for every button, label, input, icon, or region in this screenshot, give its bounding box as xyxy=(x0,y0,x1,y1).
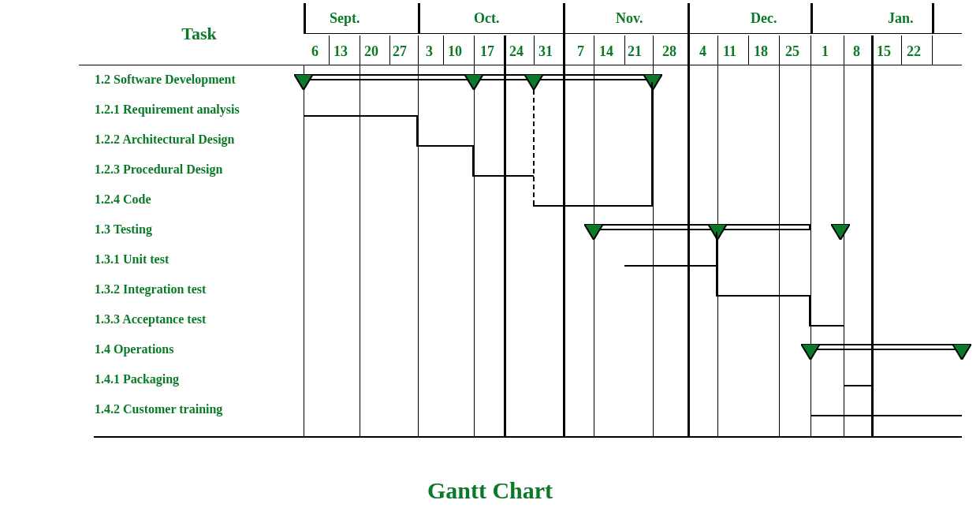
col xyxy=(360,35,360,436)
day-label: 13 xyxy=(333,43,348,60)
svg-marker-0 xyxy=(294,74,313,90)
drop xyxy=(716,232,717,295)
task-label: 1.3.1 Unit test xyxy=(95,252,169,267)
chart-title: Gantt Chart xyxy=(0,477,980,504)
milestone-icon xyxy=(831,224,850,238)
task-label: 1.2.4 Code xyxy=(95,192,151,207)
task-label: 1.4 Operations xyxy=(95,342,173,356)
bar-1-2-2 xyxy=(416,145,474,147)
task-label: 1.3 Testing xyxy=(95,222,152,237)
col xyxy=(932,35,933,65)
col-month xyxy=(418,3,420,33)
col xyxy=(389,35,390,65)
bar-1-4-1 xyxy=(844,385,871,386)
header-rule-mid xyxy=(304,33,962,34)
bar-1-3-3 xyxy=(809,325,844,327)
svg-marker-3 xyxy=(643,74,662,90)
day-label: 15 xyxy=(877,43,891,60)
bar-1-4-2 xyxy=(810,415,962,416)
day-label: 18 xyxy=(754,43,768,60)
day-label: 21 xyxy=(628,43,642,60)
col-month xyxy=(810,3,813,33)
baseline xyxy=(94,436,962,438)
gantt-chart: Task Sept. Oct. Nov. Dec. Jan. 6 13 20 2… xyxy=(0,0,980,530)
month-label: Nov. xyxy=(616,10,643,27)
bar-1-2-1 xyxy=(304,115,418,117)
month-label: Dec. xyxy=(751,10,777,27)
col xyxy=(779,35,780,436)
day-label: 11 xyxy=(723,43,736,60)
milestone-icon xyxy=(708,224,727,238)
milestone-icon xyxy=(294,74,313,88)
col xyxy=(329,35,330,65)
day-label: 22 xyxy=(907,43,921,60)
bar-1-3-2 xyxy=(716,295,810,297)
svg-marker-8 xyxy=(952,344,971,360)
task-label: 1.4.1 Packaging xyxy=(95,372,179,386)
day-label: 7 xyxy=(577,43,584,60)
day-label: 25 xyxy=(785,43,799,60)
col-month xyxy=(304,3,306,33)
task-label: 1.2 Software Development xyxy=(95,73,236,87)
summary-bar-1-4 xyxy=(810,344,962,350)
milestone-icon xyxy=(464,74,483,88)
month-label: Oct. xyxy=(474,10,499,27)
dashed-link xyxy=(533,90,535,205)
col-month xyxy=(563,3,565,436)
day-label: 17 xyxy=(480,43,494,60)
day-label: 31 xyxy=(538,43,553,60)
header-rule-top xyxy=(79,65,962,65)
col xyxy=(304,65,304,436)
task-label: 1.3.2 Integration test xyxy=(95,282,206,297)
task-label: 1.2.2 Architectural Design xyxy=(95,132,234,147)
milestone-icon xyxy=(952,344,971,358)
task-label: 1.2.1 Requirement analysis xyxy=(95,103,240,117)
col xyxy=(624,35,625,65)
milestone-icon xyxy=(524,74,543,88)
svg-marker-2 xyxy=(524,74,543,90)
day-label: 6 xyxy=(311,43,319,60)
col xyxy=(653,35,654,436)
bar-1-2-3 xyxy=(472,175,534,177)
col xyxy=(901,35,902,65)
drop xyxy=(809,295,810,327)
task-header: Task xyxy=(95,24,304,44)
col xyxy=(418,35,419,436)
day-label: 1 xyxy=(822,43,829,60)
day-label: 8 xyxy=(853,43,860,60)
day-label: 20 xyxy=(364,43,378,60)
milestone-icon xyxy=(584,224,603,238)
col xyxy=(810,35,811,436)
drop xyxy=(416,115,418,147)
month-label: Jan. xyxy=(888,10,914,27)
svg-marker-6 xyxy=(831,224,850,240)
milestone-icon xyxy=(643,74,662,88)
task-label: 1.4.2 Customer training xyxy=(95,402,222,416)
drop xyxy=(472,145,474,177)
svg-marker-5 xyxy=(708,224,727,240)
month-label: Sept. xyxy=(330,10,360,27)
svg-marker-4 xyxy=(584,224,603,240)
task-label: 1.2.3 Procedural Design xyxy=(95,162,222,177)
bar-1-2-4 xyxy=(533,205,653,207)
day-label: 3 xyxy=(426,43,433,60)
col xyxy=(474,35,475,436)
col xyxy=(504,35,506,436)
svg-marker-7 xyxy=(801,344,820,360)
col xyxy=(871,35,874,436)
day-label: 10 xyxy=(448,43,462,60)
col xyxy=(443,35,444,65)
milestone-icon xyxy=(801,344,820,358)
day-label: 14 xyxy=(599,43,613,60)
svg-marker-1 xyxy=(464,74,483,90)
day-label: 28 xyxy=(662,43,676,60)
day-label: 4 xyxy=(699,43,706,60)
drop xyxy=(651,82,653,207)
bar-1-3-1 xyxy=(624,265,717,267)
task-label: 1.3.3 Acceptance test xyxy=(95,312,206,327)
day-label: 27 xyxy=(393,43,407,60)
col xyxy=(748,35,749,65)
col xyxy=(534,35,535,65)
day-label: 24 xyxy=(509,43,524,60)
col-month xyxy=(687,3,690,436)
